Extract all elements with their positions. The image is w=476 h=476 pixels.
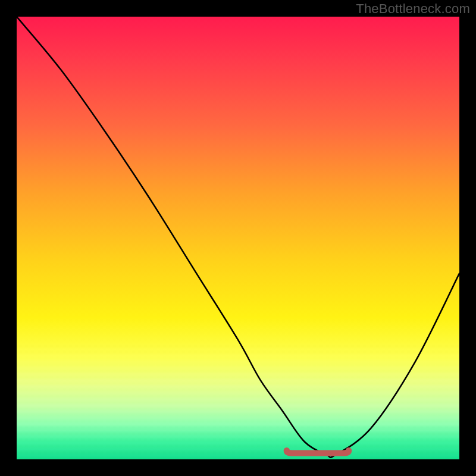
bottleneck-curve <box>17 17 459 458</box>
attribution-label: TheBottleneck.com <box>356 1 470 17</box>
chart-frame: TheBottleneck.com <box>0 0 476 476</box>
optimal-band-marker <box>287 450 349 453</box>
curve-layer <box>17 17 459 459</box>
plot-area <box>17 17 459 459</box>
